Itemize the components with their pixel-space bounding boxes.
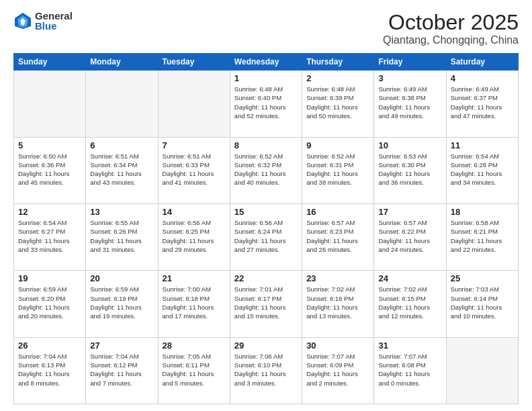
- week-row-0: 1Sunrise: 6:48 AM Sunset: 6:40 PM Daylig…: [14, 71, 519, 137]
- week-row-3: 19Sunrise: 6:59 AM Sunset: 6:20 PM Dayli…: [14, 271, 519, 337]
- logo-text: General Blue: [35, 11, 73, 31]
- weekday-header-wednesday: Wednesday: [230, 54, 302, 71]
- day-info: Sunrise: 6:54 AM Sunset: 6:27 PM Dayligh…: [18, 218, 81, 254]
- header: General Blue October 2025 Qiantang, Chon…: [13, 11, 519, 46]
- calendar-cell: 6Sunrise: 6:51 AM Sunset: 6:34 PM Daylig…: [86, 137, 158, 203]
- calendar-cell: 2Sunrise: 6:48 AM Sunset: 6:39 PM Daylig…: [302, 71, 374, 137]
- day-number: 27: [90, 340, 153, 351]
- calendar-cell: 15Sunrise: 6:56 AM Sunset: 6:24 PM Dayli…: [230, 203, 302, 270]
- calendar-cell: 14Sunrise: 6:56 AM Sunset: 6:25 PM Dayli…: [158, 203, 230, 270]
- logo: General Blue: [13, 11, 73, 31]
- day-info: Sunrise: 6:52 AM Sunset: 6:31 PM Dayligh…: [306, 152, 369, 187]
- day-info: Sunrise: 7:02 AM Sunset: 6:15 PM Dayligh…: [378, 285, 441, 320]
- day-number: 25: [451, 273, 514, 283]
- day-info: Sunrise: 7:01 AM Sunset: 6:17 PM Dayligh…: [234, 285, 298, 320]
- day-number: 1: [234, 73, 298, 83]
- day-number: 13: [90, 207, 153, 217]
- day-info: Sunrise: 7:06 AM Sunset: 6:10 PM Dayligh…: [234, 352, 298, 387]
- calendar-cell: 28Sunrise: 7:05 AM Sunset: 6:11 PM Dayli…: [158, 337, 230, 404]
- calendar-cell: 3Sunrise: 6:49 AM Sunset: 6:38 PM Daylig…: [374, 71, 446, 137]
- day-number: 22: [234, 273, 298, 283]
- day-number: 29: [234, 340, 298, 351]
- day-number: 31: [378, 340, 441, 351]
- day-number: 6: [90, 140, 153, 150]
- day-info: Sunrise: 6:55 AM Sunset: 6:26 PM Dayligh…: [90, 218, 153, 254]
- day-number: 17: [378, 207, 441, 217]
- day-number: 21: [163, 273, 226, 283]
- day-info: Sunrise: 6:56 AM Sunset: 6:24 PM Dayligh…: [234, 218, 298, 254]
- location-title: Qiantang, Chongqing, China: [383, 34, 519, 46]
- day-number: 7: [163, 140, 226, 150]
- day-info: Sunrise: 6:59 AM Sunset: 6:19 PM Dayligh…: [90, 285, 153, 320]
- calendar-cell: [86, 71, 158, 137]
- day-number: 23: [306, 273, 369, 283]
- day-info: Sunrise: 6:57 AM Sunset: 6:23 PM Dayligh…: [306, 218, 369, 254]
- day-number: 2: [306, 73, 369, 83]
- calendar-cell: [158, 71, 230, 137]
- calendar-cell: 12Sunrise: 6:54 AM Sunset: 6:27 PM Dayli…: [14, 203, 86, 270]
- day-info: Sunrise: 6:51 AM Sunset: 6:33 PM Dayligh…: [163, 152, 226, 187]
- day-info: Sunrise: 6:49 AM Sunset: 6:38 PM Dayligh…: [378, 85, 441, 120]
- day-number: 26: [18, 340, 81, 351]
- calendar-cell: 29Sunrise: 7:06 AM Sunset: 6:10 PM Dayli…: [230, 337, 302, 404]
- calendar-cell: 20Sunrise: 6:59 AM Sunset: 6:19 PM Dayli…: [86, 271, 158, 337]
- day-number: 24: [378, 273, 441, 283]
- day-number: 11: [451, 140, 514, 150]
- day-info: Sunrise: 6:54 AM Sunset: 6:28 PM Dayligh…: [451, 152, 514, 187]
- calendar-cell: 13Sunrise: 6:55 AM Sunset: 6:26 PM Dayli…: [86, 203, 158, 270]
- calendar-cell: 5Sunrise: 6:50 AM Sunset: 6:36 PM Daylig…: [14, 137, 86, 203]
- day-number: 4: [451, 73, 514, 83]
- calendar-cell: [14, 71, 86, 137]
- calendar-cell: 9Sunrise: 6:52 AM Sunset: 6:31 PM Daylig…: [302, 137, 374, 203]
- calendar-cell: 23Sunrise: 7:02 AM Sunset: 6:16 PM Dayli…: [302, 271, 374, 337]
- day-info: Sunrise: 6:49 AM Sunset: 6:37 PM Dayligh…: [451, 85, 514, 120]
- day-info: Sunrise: 7:04 AM Sunset: 6:13 PM Dayligh…: [18, 352, 81, 387]
- calendar-cell: 16Sunrise: 6:57 AM Sunset: 6:23 PM Dayli…: [302, 203, 374, 270]
- day-info: Sunrise: 6:57 AM Sunset: 6:22 PM Dayligh…: [378, 218, 441, 254]
- day-info: Sunrise: 6:58 AM Sunset: 6:21 PM Dayligh…: [451, 218, 514, 254]
- calendar-cell: 19Sunrise: 6:59 AM Sunset: 6:20 PM Dayli…: [14, 271, 86, 337]
- week-row-4: 26Sunrise: 7:04 AM Sunset: 6:13 PM Dayli…: [14, 337, 519, 404]
- calendar-cell: 8Sunrise: 6:52 AM Sunset: 6:32 PM Daylig…: [230, 137, 302, 203]
- weekday-header-friday: Friday: [374, 54, 446, 71]
- calendar-cell: [446, 337, 518, 404]
- calendar-cell: 10Sunrise: 6:53 AM Sunset: 6:30 PM Dayli…: [374, 137, 446, 203]
- day-number: 15: [234, 207, 298, 217]
- calendar-cell: 1Sunrise: 6:48 AM Sunset: 6:40 PM Daylig…: [230, 71, 302, 137]
- calendar-cell: 11Sunrise: 6:54 AM Sunset: 6:28 PM Dayli…: [446, 137, 518, 203]
- day-number: 28: [163, 340, 226, 351]
- day-info: Sunrise: 6:53 AM Sunset: 6:30 PM Dayligh…: [378, 152, 441, 187]
- day-info: Sunrise: 6:50 AM Sunset: 6:36 PM Dayligh…: [18, 152, 81, 187]
- weekday-header-row: SundayMondayTuesdayWednesdayThursdayFrid…: [14, 54, 519, 71]
- month-title: October 2025: [383, 11, 519, 34]
- calendar-table: SundayMondayTuesdayWednesdayThursdayFrid…: [13, 53, 519, 404]
- week-row-1: 5Sunrise: 6:50 AM Sunset: 6:36 PM Daylig…: [14, 137, 519, 203]
- day-number: 30: [306, 340, 369, 351]
- day-info: Sunrise: 6:48 AM Sunset: 6:40 PM Dayligh…: [234, 85, 298, 120]
- calendar-cell: 22Sunrise: 7:01 AM Sunset: 6:17 PM Dayli…: [230, 271, 302, 337]
- day-info: Sunrise: 6:56 AM Sunset: 6:25 PM Dayligh…: [163, 218, 226, 254]
- calendar-cell: 17Sunrise: 6:57 AM Sunset: 6:22 PM Dayli…: [374, 203, 446, 270]
- day-number: 3: [378, 73, 441, 83]
- day-number: 10: [378, 140, 441, 150]
- calendar-cell: 18Sunrise: 6:58 AM Sunset: 6:21 PM Dayli…: [446, 203, 518, 270]
- day-info: Sunrise: 7:07 AM Sunset: 6:09 PM Dayligh…: [306, 352, 369, 387]
- weekday-header-tuesday: Tuesday: [158, 54, 230, 71]
- day-info: Sunrise: 6:48 AM Sunset: 6:39 PM Dayligh…: [306, 85, 369, 120]
- day-info: Sunrise: 7:07 AM Sunset: 6:08 PM Dayligh…: [378, 352, 441, 387]
- calendar-cell: 27Sunrise: 7:04 AM Sunset: 6:12 PM Dayli…: [86, 337, 158, 404]
- weekday-header-sunday: Sunday: [14, 54, 86, 71]
- title-block: October 2025 Qiantang, Chongqing, China: [383, 11, 519, 46]
- day-info: Sunrise: 7:00 AM Sunset: 6:18 PM Dayligh…: [163, 285, 226, 320]
- weekday-header-thursday: Thursday: [302, 54, 374, 71]
- day-number: 18: [451, 207, 514, 217]
- calendar-cell: 7Sunrise: 6:51 AM Sunset: 6:33 PM Daylig…: [158, 137, 230, 203]
- calendar-cell: 31Sunrise: 7:07 AM Sunset: 6:08 PM Dayli…: [374, 337, 446, 404]
- calendar-cell: 24Sunrise: 7:02 AM Sunset: 6:15 PM Dayli…: [374, 271, 446, 337]
- day-info: Sunrise: 7:05 AM Sunset: 6:11 PM Dayligh…: [163, 352, 226, 387]
- day-info: Sunrise: 6:51 AM Sunset: 6:34 PM Dayligh…: [90, 152, 153, 187]
- day-number: 8: [234, 140, 298, 150]
- week-row-2: 12Sunrise: 6:54 AM Sunset: 6:27 PM Dayli…: [14, 203, 519, 270]
- day-info: Sunrise: 6:52 AM Sunset: 6:32 PM Dayligh…: [234, 152, 298, 187]
- calendar-cell: 30Sunrise: 7:07 AM Sunset: 6:09 PM Dayli…: [302, 337, 374, 404]
